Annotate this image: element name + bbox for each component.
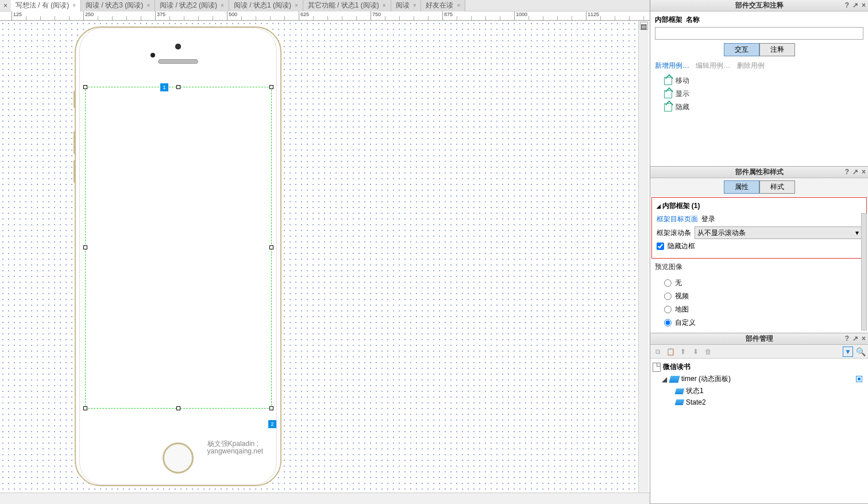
tab-style[interactable]: 样式 bbox=[759, 180, 795, 194]
panel-scrollbar[interactable] bbox=[861, 213, 867, 330]
resize-handle[interactable] bbox=[269, 406, 273, 410]
resize-handle[interactable] bbox=[83, 245, 87, 249]
doc-tab[interactable]: 阅读 / 状态2 (阅读)× bbox=[155, 0, 229, 11]
action-arrow-icon bbox=[664, 103, 672, 111]
tab-close-icon[interactable]: × bbox=[221, 2, 224, 9]
widget-type-label: 内部框架 bbox=[655, 15, 682, 25]
tree-dynamic-panel-node[interactable]: ◢ timer (动态面板) bbox=[653, 373, 866, 385]
resize-handle[interactable] bbox=[176, 85, 180, 89]
panel-help-icon[interactable]: ? bbox=[845, 168, 849, 176]
tree-state-node[interactable]: 状态1 bbox=[653, 385, 866, 397]
panel-close-icon[interactable]: × bbox=[862, 168, 866, 176]
panel-header-interactions: 部件交互和注释 ? ↗ × bbox=[650, 0, 868, 11]
home-button-icon bbox=[163, 443, 194, 474]
tree-state-node[interactable]: State2 bbox=[653, 397, 866, 407]
tb-move-down-icon[interactable]: ⬇ bbox=[690, 347, 701, 357]
tab-close-icon[interactable]: × bbox=[457, 2, 460, 9]
doc-tab[interactable]: 阅读 / 状态3 (阅读)× bbox=[81, 0, 155, 11]
page-icon bbox=[653, 363, 661, 372]
tb-copy-icon[interactable]: ⧉ bbox=[653, 347, 663, 357]
chevron-down-icon: ▾ bbox=[855, 229, 859, 237]
visibility-toggle[interactable] bbox=[856, 376, 862, 382]
horizontal-scrollbar[interactable] bbox=[0, 493, 650, 504]
panel-help-icon[interactable]: ? bbox=[845, 1, 849, 9]
tb-paste-icon[interactable]: 📋 bbox=[665, 347, 676, 357]
frame-scroll-label: 框架滚动条 bbox=[657, 228, 691, 238]
panel-close-icon[interactable]: × bbox=[862, 334, 866, 343]
preview-radio-custom[interactable] bbox=[664, 319, 672, 326]
hide-border-checkbox[interactable] bbox=[657, 243, 664, 250]
panel-state-icon bbox=[675, 388, 685, 394]
tab-close-icon[interactable]: × bbox=[413, 2, 416, 9]
doc-tab[interactable]: 好友在读× bbox=[421, 0, 465, 11]
resize-handle[interactable] bbox=[83, 85, 87, 89]
tb-delete-icon[interactable]: 🗑 bbox=[703, 347, 713, 357]
resize-handle[interactable] bbox=[269, 85, 273, 89]
frame-scroll-select[interactable]: 从不显示滚动条▾ bbox=[695, 226, 862, 239]
edit-case-link: 编辑用例… bbox=[696, 61, 730, 70]
footnote-badge[interactable]: 1 bbox=[160, 83, 168, 91]
resize-handle[interactable] bbox=[83, 406, 87, 410]
widget-name-input[interactable] bbox=[655, 27, 863, 40]
tab-interactions[interactable]: 交互 bbox=[724, 43, 759, 56]
vertical-scrollbar[interactable]: ▤ bbox=[638, 21, 649, 493]
tab-properties[interactable]: 属性 bbox=[724, 180, 759, 194]
outline-toolbar: ⧉ 📋 ⬆ ⬇ 🗑 ▼ 🔍 bbox=[650, 345, 868, 359]
interaction-item[interactable]: 显示 bbox=[664, 87, 863, 101]
earpiece-speaker-icon bbox=[158, 59, 198, 64]
tb-move-up-icon[interactable]: ⬆ bbox=[678, 347, 688, 357]
iphone-volume-down bbox=[74, 160, 76, 183]
hide-border-label: 隐藏边框 bbox=[668, 241, 695, 251]
tab-close-icon[interactable]: × bbox=[383, 2, 386, 9]
add-case-link[interactable]: 新增用例… bbox=[655, 61, 689, 70]
close-tab-x[interactable]: × bbox=[0, 2, 11, 10]
iphone-volume-up bbox=[74, 131, 76, 154]
frame-target-label[interactable]: 框架目标页面 bbox=[657, 214, 698, 224]
dynamic-panel-icon bbox=[669, 376, 680, 383]
panel-popout-icon[interactable]: ↗ bbox=[852, 334, 858, 343]
preview-radio-none[interactable] bbox=[664, 279, 672, 287]
tree-page-node[interactable]: 微信读书 bbox=[653, 361, 866, 373]
footnote-badge[interactable]: 2 bbox=[268, 420, 276, 428]
interaction-item[interactable]: 移动 bbox=[664, 74, 863, 87]
inspector-panels: 部件交互和注释 ? ↗ × 内部框架 名称 交互 注释 新增用例… 编辑用例… … bbox=[650, 0, 868, 504]
name-field-label: 名称 bbox=[686, 15, 700, 25]
horizontal-ruler: 12525037550062575087510001125 bbox=[0, 11, 650, 21]
proximity-sensor-icon bbox=[151, 53, 155, 57]
preview-radio-map[interactable] bbox=[664, 306, 672, 313]
doc-tab[interactable]: 阅读× bbox=[391, 0, 422, 11]
tab-notes[interactable]: 注释 bbox=[759, 43, 795, 56]
panel-popout-icon[interactable]: ↗ bbox=[852, 168, 858, 176]
iphone-mute-switch bbox=[74, 91, 76, 108]
preview-radio-video[interactable] bbox=[664, 293, 672, 300]
doc-tab[interactable]: 其它功能 / 状态1 (阅读)× bbox=[303, 0, 391, 11]
tab-close-icon[interactable]: × bbox=[146, 2, 150, 9]
tab-close-icon[interactable]: × bbox=[295, 2, 298, 9]
panel-header-outline: 部件管理 ? ↗ × bbox=[650, 333, 868, 345]
doc-tab[interactable]: 阅读 / 状态1 (阅读)× bbox=[229, 0, 303, 11]
scroll-options-icon[interactable]: ▤ bbox=[640, 22, 648, 30]
resize-handle[interactable] bbox=[176, 406, 180, 410]
action-arrow-icon bbox=[664, 77, 672, 85]
panel-header-properties: 部件属性和样式 ? ↗ × bbox=[650, 167, 868, 178]
design-canvas[interactable]: 杨文强Kpaladin ; yangwenqaing.net 1 2 bbox=[0, 21, 650, 493]
panel-state-icon bbox=[675, 399, 685, 405]
property-highlight-box: 内部框架 (1) 框架目标页面 登录 框架滚动条 从不显示滚动条▾ 隐藏边框 bbox=[651, 197, 867, 259]
property-group-title[interactable]: 内部框架 (1) bbox=[657, 201, 862, 211]
panel-help-icon[interactable]: ? bbox=[845, 334, 849, 343]
selected-inline-frame[interactable]: 1 bbox=[85, 87, 272, 409]
interaction-item[interactable]: 隐藏 bbox=[664, 101, 863, 114]
doc-tab[interactable]: 写想法 / 有 (阅读)× bbox=[11, 0, 81, 11]
watermark-text: 杨文强Kpaladin ; yangwenqaing.net bbox=[207, 440, 263, 455]
tab-close-icon[interactable]: × bbox=[72, 2, 76, 9]
tb-filter-icon[interactable]: ▼ bbox=[843, 347, 853, 357]
tb-search-icon[interactable]: 🔍 bbox=[855, 347, 866, 357]
panel-popout-icon[interactable]: ↗ bbox=[852, 1, 858, 9]
delete-case-link: 删除用例 bbox=[737, 61, 765, 70]
action-arrow-icon bbox=[664, 90, 672, 98]
preview-image-label: 预览图像 bbox=[650, 260, 868, 274]
resize-handle[interactable] bbox=[269, 245, 273, 249]
panel-close-icon[interactable]: × bbox=[862, 1, 866, 9]
frame-target-value: 登录 bbox=[701, 214, 715, 224]
expander-icon[interactable]: ◢ bbox=[662, 375, 668, 383]
